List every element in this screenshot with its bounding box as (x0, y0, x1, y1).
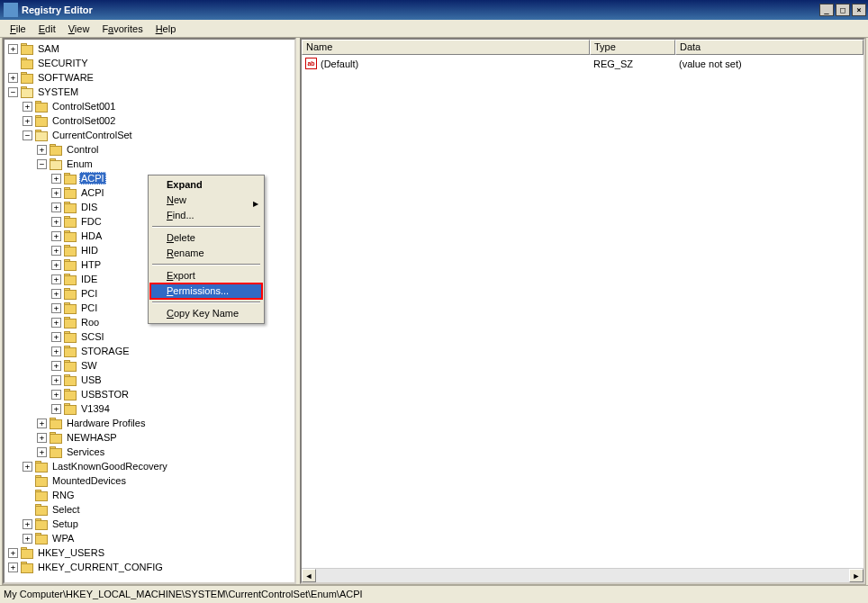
ctx-rename[interactable]: Rename (150, 246, 262, 261)
menu-help[interactable]: Help (149, 22, 183, 36)
ctx-expand[interactable]: Expand (150, 177, 262, 193)
value-type: REG_SZ (590, 58, 675, 69)
values-pane: Name Type Data ab(Default) REG_SZ (value… (300, 38, 865, 584)
values-list[interactable]: ab(Default) REG_SZ (value not set) (302, 55, 863, 568)
value-name: (Default) (321, 58, 358, 69)
tree-node-rng[interactable]: ·RNG (23, 488, 293, 502)
tree-node-v1394[interactable]: +V1394 (51, 401, 293, 416)
ctx-new[interactable]: New (150, 193, 262, 208)
tree-node-security[interactable]: ·SECURITY (8, 56, 293, 70)
tree-node-services[interactable]: +Services (37, 445, 293, 459)
tree-node-sam[interactable]: +SAM (8, 41, 293, 56)
string-value-icon: ab (305, 58, 317, 69)
menu-edit[interactable]: Edit (32, 22, 62, 36)
close-button[interactable]: × (852, 4, 866, 16)
ctx-permissions[interactable]: Permissions... (150, 284, 262, 299)
title-bar: Registry Editor _ □ × (0, 0, 868, 20)
menu-view[interactable]: View (62, 22, 96, 36)
tree-node-currentcontrolset[interactable]: −CurrentControlSet (23, 128, 293, 142)
column-type[interactable]: Type (590, 40, 675, 55)
window-title: Registry Editor (22, 4, 819, 15)
tree-node-control[interactable]: +Control (37, 142, 293, 157)
column-data[interactable]: Data (675, 40, 863, 55)
tree-node-system[interactable]: −SYSTEM (8, 85, 293, 99)
tree-node-software[interactable]: +SOFTWARE (8, 70, 293, 85)
menu-favorites[interactable]: Favorites (95, 22, 149, 36)
tree-node-wpa[interactable]: +WPA (23, 531, 293, 545)
content-area: +SAM ·SECURITY +SOFTWARE −SYSTEM +Contro… (2, 38, 866, 585)
column-headers: Name Type Data (302, 40, 863, 55)
tree-node-select[interactable]: ·Select (23, 502, 293, 517)
horizontal-scrollbar[interactable]: ◄ ► (302, 568, 863, 582)
tree-node-controlset001[interactable]: +ControlSet001 (23, 99, 293, 113)
scroll-track[interactable] (316, 569, 849, 582)
scroll-right-button[interactable]: ► (849, 569, 863, 582)
ctx-export[interactable]: Export (150, 268, 262, 284)
tree-node-storage[interactable]: +STORAGE (51, 344, 293, 358)
ctx-find[interactable]: Find... (150, 208, 262, 223)
maximize-button[interactable]: □ (836, 4, 850, 16)
ctx-separator (152, 226, 260, 228)
menu-file[interactable]: File (4, 22, 32, 36)
tree-node-hardware-profiles[interactable]: +Hardware Profiles (37, 416, 293, 430)
ctx-separator (152, 264, 260, 266)
tree-node-usbstor[interactable]: +USBSTOR (51, 387, 293, 401)
ctx-separator (152, 302, 260, 303)
minimize-button[interactable]: _ (819, 4, 834, 16)
tree-node-enum[interactable]: −Enum (37, 157, 293, 171)
ctx-copy-key-name[interactable]: Copy Key Name (150, 306, 262, 321)
tree-node-mounteddevices[interactable]: ·MountedDevices (23, 473, 293, 488)
ctx-delete[interactable]: Delete (150, 230, 262, 246)
status-bar: My Computer\HKEY_LOCAL_MACHINE\SYSTEM\Cu… (0, 585, 868, 601)
tree-node-usb[interactable]: +USB (51, 373, 293, 387)
scroll-left-button[interactable]: ◄ (302, 569, 316, 582)
tree-node-controlset002[interactable]: +ControlSet002 (23, 113, 293, 128)
tree-node-hkey-users[interactable]: +HKEY_USERS (8, 545, 293, 560)
value-row[interactable]: ab(Default) REG_SZ (value not set) (302, 56, 863, 71)
window-controls: _ □ × (819, 4, 868, 16)
app-icon (4, 3, 18, 17)
value-data: (value not set) (675, 58, 863, 69)
tree-node-sw[interactable]: +SW (51, 358, 293, 373)
menu-bar: File Edit View Favorites Help (0, 20, 868, 38)
context-menu: Expand New Find... Delete Rename Export … (148, 175, 265, 324)
tree-node-setup[interactable]: +Setup (23, 517, 293, 531)
tree-node-newhasp[interactable]: +NEWHASP (37, 430, 293, 445)
tree-node-lastknowngoodrecovery[interactable]: +LastKnownGoodRecovery (23, 459, 293, 473)
tree-node-scsi[interactable]: +SCSI (51, 329, 293, 344)
column-name[interactable]: Name (302, 40, 590, 55)
tree-node-hkey-current-config[interactable]: +HKEY_CURRENT_CONFIG (8, 560, 293, 574)
